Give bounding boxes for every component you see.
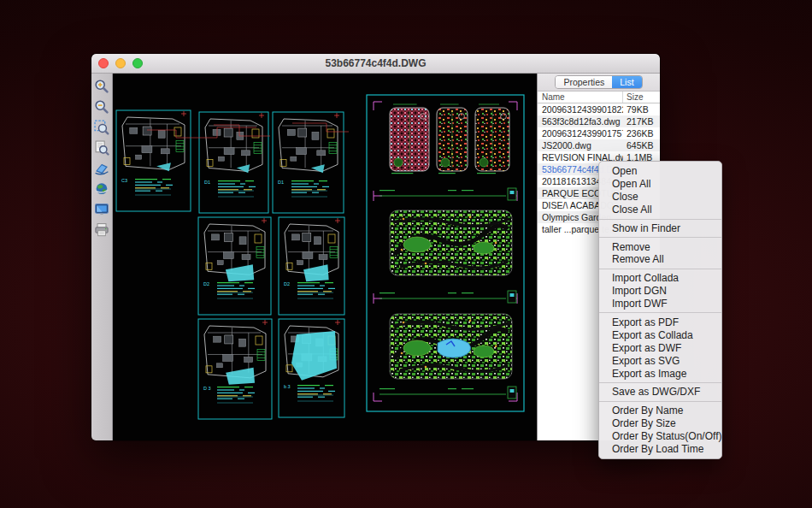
- window-title: 53b66774c4f4d.DWG: [91, 54, 660, 73]
- zoom-in-icon[interactable]: [94, 79, 109, 94]
- file-name: 2009631243990182218...: [538, 103, 623, 115]
- cad-drawing: C3 D1 D1 D2 D2 D 3 b 3: [113, 74, 538, 440]
- menu-separator: [599, 382, 721, 383]
- file-name: 2009631243990175704...: [538, 127, 623, 139]
- menu-item-remove[interactable]: Remove: [599, 240, 721, 253]
- title-bar[interactable]: 53b66774c4f4d.DWG: [91, 54, 660, 74]
- menu-separator: [599, 237, 721, 238]
- menu-item-order-by-size[interactable]: Order By Size: [599, 416, 721, 429]
- side-toolbar: [91, 74, 113, 440]
- file-size: 79KB: [623, 103, 660, 115]
- cad-tile: D2: [279, 217, 344, 315]
- tile-label: b 3: [284, 384, 291, 389]
- menu-item-close[interactable]: Close: [599, 191, 721, 204]
- menu-item-export-as-dwf[interactable]: Export as DWF: [599, 341, 721, 354]
- cad-tile: D2: [198, 217, 271, 315]
- tower-plan: [390, 104, 429, 174]
- file-row[interactable]: 2009631243990175704...236KB: [538, 127, 660, 139]
- file-size: 236KB: [623, 127, 660, 139]
- zoom-out-icon[interactable]: [94, 99, 109, 115]
- column-name[interactable]: Name: [538, 92, 623, 103]
- menu-item-import-dgn[interactable]: Import DGN: [599, 285, 721, 298]
- tab-strip: Properties List: [538, 74, 660, 92]
- cad-tile: b 3: [279, 319, 344, 417]
- display-icon[interactable]: [94, 202, 109, 217]
- file-row[interactable]: 563f3c8d12fa3.dwg217KB: [538, 115, 660, 127]
- tab-list[interactable]: List: [612, 76, 641, 88]
- menu-item-remove-all[interactable]: Remove All: [599, 253, 721, 266]
- file-row[interactable]: JS2000.dwg645KB: [538, 139, 660, 151]
- file-size: 645KB: [623, 139, 660, 151]
- tile-label: D2: [203, 281, 209, 286]
- file-row[interactable]: 2009631243990182218...79KB: [538, 103, 660, 115]
- menu-separator: [599, 219, 721, 220]
- menu-item-export-as-collada[interactable]: Export as Collada: [599, 328, 721, 341]
- cad-tile: D 3: [198, 319, 272, 419]
- menu-item-save-as-dwg-dxf[interactable]: Save as DWG/DXF: [599, 386, 721, 399]
- menu-item-close-all[interactable]: Close All: [599, 204, 721, 216]
- globe-icon[interactable]: [94, 181, 109, 197]
- menu-item-open-all[interactable]: Open All: [599, 178, 721, 191]
- menu-item-order-by-name[interactable]: Order By Name: [599, 404, 721, 416]
- file-list-header: Name Size: [538, 92, 660, 103]
- landscape-plan: [390, 210, 512, 275]
- file-name: 563f3c8d12fa3.dwg: [538, 115, 623, 127]
- tile-label: D1: [278, 180, 284, 185]
- menu-separator: [599, 401, 721, 402]
- zoom-preview-icon[interactable]: [94, 140, 109, 156]
- menu-item-import-collada[interactable]: Import Collada: [599, 272, 721, 285]
- cad-tile: C3: [116, 110, 191, 211]
- menu-separator: [599, 269, 721, 269]
- menu-item-open[interactable]: Open: [599, 165, 721, 178]
- menu-item-export-as-svg[interactable]: Export as SVG: [599, 354, 721, 367]
- file-name: JS2000.dwg: [538, 139, 623, 151]
- menu-item-export-as-image[interactable]: Export as Image: [599, 367, 721, 380]
- menu-item-order-by-status-on-off[interactable]: Order By Status(On/Off): [599, 429, 721, 442]
- tower-plan: [437, 104, 468, 174]
- print-icon[interactable]: [94, 222, 109, 238]
- menu-item-import-dwf[interactable]: Import DWF: [599, 298, 721, 310]
- column-size[interactable]: Size: [623, 92, 660, 103]
- menu-separator: [599, 312, 721, 313]
- app-window: 53b66774c4f4d.DWG C3 D1 D1 D2 D2 D 3 b 3: [91, 54, 660, 440]
- menu-item-order-by-load-time[interactable]: Order By Load Time: [599, 442, 721, 455]
- orbit-icon[interactable]: [94, 161, 109, 176]
- menu-item-export-as-pdf[interactable]: Export as PDF: [599, 316, 721, 328]
- context-menu: OpenOpen AllCloseClose AllShow in Finder…: [598, 161, 722, 459]
- menu-item-show-in-finder[interactable]: Show in Finder: [599, 222, 721, 235]
- file-size: 217KB: [623, 115, 660, 127]
- tile-label: D 3: [203, 386, 211, 391]
- cad-viewport[interactable]: C3 D1 D1 D2 D2 D 3 b 3: [113, 74, 537, 440]
- tile-label: D1: [204, 180, 210, 185]
- landscape-plan: [390, 314, 512, 379]
- cad-tile: D1: [273, 112, 344, 213]
- tile-label: D2: [284, 281, 290, 286]
- tab-properties[interactable]: Properties: [556, 76, 612, 88]
- zoom-window-icon[interactable]: [94, 120, 109, 135]
- cad-sheet: [367, 95, 524, 411]
- tower-plan: [475, 104, 509, 174]
- tile-label: C3: [121, 178, 127, 183]
